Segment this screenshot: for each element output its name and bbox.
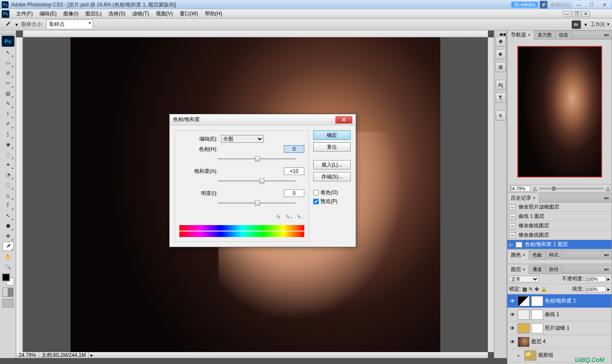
tab-channels[interactable]: 通道 bbox=[529, 265, 546, 274]
ruler-horizontal[interactable] bbox=[23, 31, 488, 37]
notes-tool[interactable]: ✥ bbox=[3, 231, 14, 241]
screenmode-button[interactable] bbox=[3, 299, 14, 308]
doc-restore-button[interactable]: ❐ bbox=[572, 11, 581, 17]
dock-icon-2[interactable]: ❖ bbox=[496, 49, 506, 59]
crop-tool[interactable]: ▧ bbox=[3, 89, 14, 98]
toolbox-grabber[interactable] bbox=[0, 31, 16, 35]
visibility-icon[interactable]: 👁 bbox=[509, 312, 516, 318]
panel-menu-icon[interactable]: ▾≡ bbox=[602, 196, 612, 200]
sample-size-dropdown[interactable]: 取样点 bbox=[46, 20, 93, 29]
chevron-icon[interactable]: ▸ bbox=[607, 276, 610, 282]
history-brush-tool[interactable]: ◉ bbox=[3, 140, 14, 149]
hue-slider[interactable] bbox=[218, 155, 296, 162]
doc-info[interactable]: 文档:60.2M/244.1M bbox=[39, 352, 89, 358]
zoom-out-icon[interactable]: △ bbox=[533, 186, 537, 192]
lock-all-icon[interactable]: 🔒 bbox=[541, 286, 547, 292]
maximize-button[interactable]: ☐ bbox=[586, 1, 598, 8]
clone-tool[interactable]: ⟆ bbox=[3, 130, 14, 139]
gradient-tool[interactable]: ✦ bbox=[3, 160, 14, 169]
healing-tool[interactable]: ⚕ bbox=[3, 109, 14, 119]
tab-navigator[interactable]: 导航器× bbox=[507, 31, 534, 40]
dodge-tool[interactable]: ⬚ bbox=[3, 181, 14, 190]
tab-styles[interactable]: 样式 bbox=[546, 251, 562, 259]
quickmask-toggle[interactable] bbox=[3, 288, 14, 297]
dialog-close-button[interactable]: ✕ bbox=[335, 116, 352, 124]
lock-pos-icon[interactable]: ✥ bbox=[535, 286, 539, 292]
dock-icon-4[interactable]: A| bbox=[496, 80, 506, 90]
shape-tool[interactable]: ⬢ bbox=[3, 221, 14, 231]
preview-checkbox[interactable]: 预览(P) bbox=[313, 198, 351, 205]
tab-swatches[interactable]: 色板 bbox=[529, 251, 546, 259]
ok-button[interactable]: 确定 bbox=[313, 130, 351, 140]
menu-help[interactable]: 帮助(H) bbox=[201, 9, 226, 18]
menu-select[interactable]: 选择(S) bbox=[105, 9, 129, 18]
lightness-input[interactable] bbox=[284, 189, 304, 197]
panel-menu-icon[interactable]: ▾≡ bbox=[602, 267, 612, 272]
close-window-button[interactable]: ✕ bbox=[598, 1, 610, 8]
edit-select[interactable]: 全图 bbox=[221, 135, 264, 143]
lightness-slider[interactable] bbox=[218, 200, 296, 206]
lasso-tool[interactable]: ⊘ bbox=[3, 68, 14, 78]
tab-histogram[interactable]: 直方图 bbox=[534, 31, 555, 39]
tab-info[interactable]: 信息 bbox=[555, 31, 572, 39]
opacity-input[interactable] bbox=[585, 276, 606, 282]
load-button[interactable]: 载入(L)... bbox=[313, 160, 351, 169]
menu-layer[interactable]: 图层(L) bbox=[82, 9, 105, 18]
zoom-in-icon[interactable]: △ bbox=[606, 186, 610, 192]
dock-icon-5[interactable]: ¶ bbox=[496, 93, 506, 103]
eyedropper-subtract-icon[interactable]: ✎₋ bbox=[297, 213, 304, 221]
brush-tool[interactable]: ✐ bbox=[3, 119, 14, 129]
marquee-tool[interactable]: ▭ bbox=[3, 58, 14, 68]
layer-row[interactable]: 👁图层 4 bbox=[507, 335, 612, 349]
hand-tool[interactable]: ✋ bbox=[3, 252, 14, 261]
doc-minimize-button[interactable]: — bbox=[563, 11, 571, 17]
history-item[interactable]: ▭修改曲线图层 bbox=[507, 221, 612, 231]
move-tool[interactable]: ↖ bbox=[3, 48, 14, 57]
saturation-slider[interactable] bbox=[218, 178, 296, 184]
lock-pixels-icon[interactable]: ✎ bbox=[529, 286, 533, 292]
menu-image[interactable]: 图像(I) bbox=[60, 9, 82, 18]
history-item[interactable]: ▭修改曲线图层 bbox=[507, 231, 612, 240]
folder-arrow-icon[interactable]: ▸ bbox=[518, 353, 523, 358]
minimize-button[interactable]: — bbox=[573, 1, 585, 8]
chevron-right-icon[interactable]: ▸ bbox=[89, 352, 95, 358]
navigator-zoom-slider[interactable] bbox=[539, 188, 604, 189]
menu-file[interactable]: 文件(F) bbox=[13, 9, 36, 18]
blend-mode-select[interactable]: 正常 bbox=[509, 276, 539, 282]
eyedropper-icon[interactable]: ✎ bbox=[275, 213, 282, 221]
pen-tool[interactable]: △ bbox=[3, 191, 14, 200]
layer-row[interactable]: 👁色相/饱和度 1 bbox=[507, 294, 612, 308]
eyedropper-tool[interactable]: ✎ bbox=[3, 99, 14, 108]
visibility-icon[interactable]: 👁 bbox=[509, 325, 516, 331]
history-item-selected[interactable]: ▷▭色相/饱和度 1 图层 bbox=[507, 240, 612, 249]
path-select-tool[interactable]: ↖ bbox=[3, 211, 14, 220]
zoom-readout[interactable]: 24.79% bbox=[16, 352, 39, 358]
fill-input[interactable] bbox=[585, 286, 606, 292]
dock-icon-6[interactable]: ≡ bbox=[496, 110, 506, 121]
saturation-input[interactable] bbox=[284, 167, 304, 175]
eyedropper-icon[interactable] bbox=[3, 20, 12, 29]
menu-window[interactable]: 窗口(W) bbox=[176, 9, 201, 18]
lock-trans-icon[interactable]: ▦ bbox=[522, 286, 527, 292]
visibility-icon[interactable]: 👁 bbox=[509, 339, 516, 345]
color-swatch[interactable] bbox=[2, 274, 14, 285]
layer-row[interactable]: 👁曲线 1 bbox=[507, 308, 612, 322]
tab-color[interactable]: 颜色× bbox=[507, 251, 529, 260]
navigator-thumbnail[interactable] bbox=[517, 46, 602, 178]
menu-edit[interactable]: 编辑(E) bbox=[36, 9, 60, 18]
scrollbar-vertical[interactable] bbox=[488, 37, 494, 352]
dock-icon-1[interactable]: ✥ bbox=[496, 37, 506, 47]
zoom-tool[interactable]: 🔍 bbox=[3, 262, 14, 271]
visibility-icon[interactable]: 👁 bbox=[509, 298, 516, 304]
reset-button[interactable]: 复位 bbox=[313, 142, 351, 152]
doc-close-button[interactable]: ✕ bbox=[581, 11, 590, 17]
panel-menu-icon[interactable]: ▾≡ bbox=[602, 33, 612, 37]
history-item[interactable]: ▭修改照片滤镜图层 bbox=[507, 203, 612, 212]
panel-menu-icon[interactable]: ▾≡ bbox=[602, 253, 612, 257]
blur-tool[interactable]: ◔ bbox=[3, 170, 14, 180]
tab-history[interactable]: 历史记录× bbox=[507, 194, 539, 203]
colorize-checkbox[interactable]: 着色(O) bbox=[313, 189, 351, 196]
collapse-icon[interactable]: ◀◀ bbox=[499, 32, 506, 37]
type-tool[interactable]: T bbox=[3, 201, 14, 210]
chevron-icon[interactable]: ▸ bbox=[607, 286, 610, 292]
